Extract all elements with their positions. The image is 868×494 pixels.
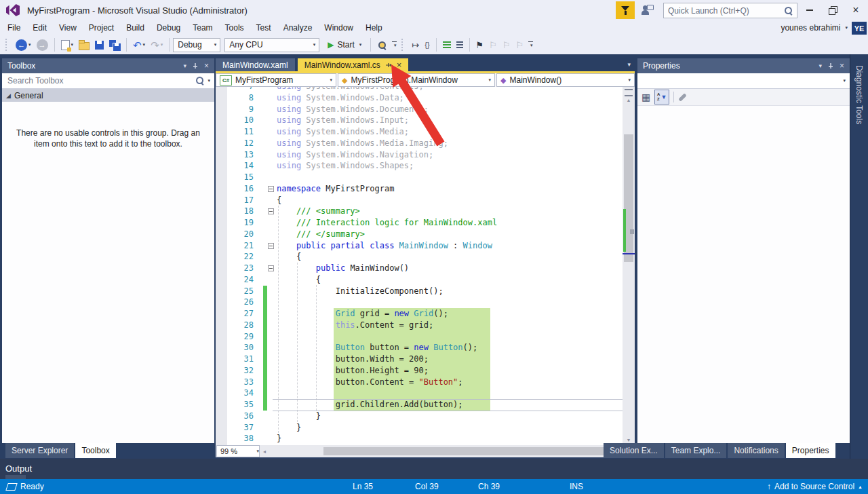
code-line-13[interactable]: 13using System.Windows.Navigation; [216,149,623,161]
new-project-button[interactable]: ▾ [60,37,75,53]
status-insert-mode[interactable]: INS [570,479,583,494]
quick-launch-box[interactable] [663,3,797,18]
code-line-35[interactable]: 35 grid.Children.Add(button); [216,399,623,411]
save-button[interactable] [94,37,105,53]
menu-team[interactable]: Team [186,20,218,35]
chevron-down-icon[interactable]: ▾ [208,78,210,83]
tab-list-dropdown[interactable]: ▾ [627,61,631,68]
tab-toolbox[interactable]: Toolbox [75,443,115,458]
code-line-18[interactable]: 18 /// <summary> [216,206,623,217]
code-line-37[interactable]: 37 } [216,422,623,434]
menu-view[interactable]: View [53,20,83,35]
menu-window[interactable]: Window [318,20,359,35]
navigate-to-button[interactable]: ↦ [410,37,420,53]
code-line-12[interactable]: 12using System.Windows.Media.Imaging; [216,138,623,149]
close-button[interactable]: × [848,3,864,18]
member-dropdown[interactable]: ◆ MainWindow() ▾ [496,73,635,87]
restore-button[interactable] [825,3,841,18]
start-debugging-button[interactable]: ▶Start▾ [322,40,367,50]
code-line-26[interactable]: 26 [216,297,623,308]
menu-edit[interactable]: Edit [26,20,53,35]
code-line-22[interactable]: 22 { [216,251,623,263]
code-line-29[interactable]: 29 [216,331,623,343]
scroll-down-icon[interactable]: ▼ [623,438,635,442]
menu-build[interactable]: Build [120,20,151,35]
code-line-21[interactable]: 21 public partial class MainWindow : Win… [216,240,623,252]
toolbox-search[interactable]: ▾ [2,73,214,89]
code-line-11[interactable]: 11using System.Windows.Media; [216,126,623,138]
pin-icon[interactable] [192,62,199,69]
tab-notifications[interactable]: Notifications [728,443,784,458]
tab-mainwindow-xaml-cs[interactable]: MainWindow.xaml.cs × [298,58,409,71]
window-position-icon[interactable]: ▾ [818,62,822,69]
filter-flag-button[interactable] [616,1,635,19]
code-line-7[interactable]: 7using System.Windows.Controls; [216,87,623,92]
clear-bookmarks-button[interactable]: ⚐ [515,37,526,53]
code-editor[interactable]: 7using System.Windows.Controls;8using Sy… [216,87,635,445]
feedback-icon[interactable] [642,5,654,16]
menu-help[interactable]: Help [359,20,389,35]
menu-tools[interactable]: Tools [219,20,250,35]
status-line[interactable]: Ln 35 [353,479,373,494]
toggle-bookmark-button[interactable]: ⚑ [475,37,486,53]
comment-lines-button[interactable] [441,37,452,53]
code-line-36[interactable]: 36 } [216,411,623,422]
code-line-9[interactable]: 9using System.Windows.Documents; [216,104,623,115]
save-all-button[interactable] [108,37,121,53]
property-pages-icon[interactable] [678,93,687,102]
collapse-icon[interactable] [268,243,274,249]
next-bookmark-button[interactable]: ⚐ [501,37,512,53]
vertical-scrollbar[interactable]: ▲ ▼ [623,87,635,445]
toolbox-search-input[interactable] [2,76,195,86]
close-icon[interactable]: × [204,61,209,71]
menu-project[interactable]: Project [83,20,120,35]
navigate-backward-button[interactable]: ←▾ [14,37,33,53]
toolbar-grip[interactable] [401,39,406,51]
undo-button[interactable]: ↶▾ [132,37,146,53]
status-column[interactable]: Col 39 [415,479,439,494]
output-title[interactable]: Output [5,463,32,474]
open-file-button[interactable] [77,37,91,53]
tab-solution-explorer[interactable]: Solution Ex... [604,443,664,458]
toolbox-title-bar[interactable]: Toolbox ▾ × [2,58,214,73]
categorized-icon[interactable]: ▦ [642,92,650,102]
prev-bookmark-button[interactable]: ⚐ [488,37,498,53]
splitter-handle[interactable] [625,89,633,96]
redo-button[interactable]: ↷▾ [149,37,164,53]
match-brace-button[interactable]: {} [423,37,431,53]
menu-test[interactable]: Test [250,20,277,35]
tab-mainwindow-xaml[interactable]: MainWindow.xaml [216,58,295,71]
zoom-level-dropdown[interactable]: 99 % ▾ [216,445,260,457]
type-dropdown[interactable]: ◆ MyFirstProgram.MainWindow ▾ [338,73,495,87]
menu-debug[interactable]: Debug [151,20,186,35]
code-line-19[interactable]: 19 /// Interaction logic for MainWindow.… [216,217,623,229]
menu-file[interactable]: File [1,20,26,35]
code-line-10[interactable]: 10using System.Windows.Input; [216,115,623,126]
toolbox-section-general[interactable]: ◢ General [2,89,214,102]
code-line-24[interactable]: 24 { [216,274,623,286]
code-line-25[interactable]: 25 InitializeComponent(); [216,286,623,297]
toolbar-overflow-button[interactable]: ▾ [392,41,397,48]
code-line-17[interactable]: 17{ [216,195,623,206]
alphabetical-sort-button[interactable]: AZ▼ [654,90,669,104]
pin-icon[interactable] [827,62,834,69]
tab-properties[interactable]: Properties [786,443,835,458]
collapse-icon[interactable] [268,186,274,192]
avatar[interactable]: YE [852,22,867,35]
code-line-31[interactable]: 31 button.Width = 200; [216,354,623,365]
background-tasks-icon[interactable] [5,483,18,491]
pin-icon[interactable] [385,62,392,69]
tab-server-explorer[interactable]: Server Explorer [5,443,74,458]
user-account[interactable]: younes ebrahimi ▾ [781,20,848,35]
project-dropdown[interactable]: C# MyFirstProgram ▾ [216,73,336,87]
tab-team-explorer[interactable]: Team Explo... [665,443,727,458]
code-line-15[interactable]: 15 [216,172,623,183]
toolbar-overflow-button[interactable]: ▾ [528,41,533,48]
horizontal-scrollbar[interactable] [269,445,613,457]
code-line-38[interactable]: 38} [216,433,623,444]
toolbar-grip[interactable] [5,39,10,51]
close-tab-icon[interactable]: × [397,60,402,69]
collapse-icon[interactable] [268,265,274,271]
minimize-button[interactable] [802,3,818,18]
properties-title-bar[interactable]: Properties ▾ × [637,58,850,73]
